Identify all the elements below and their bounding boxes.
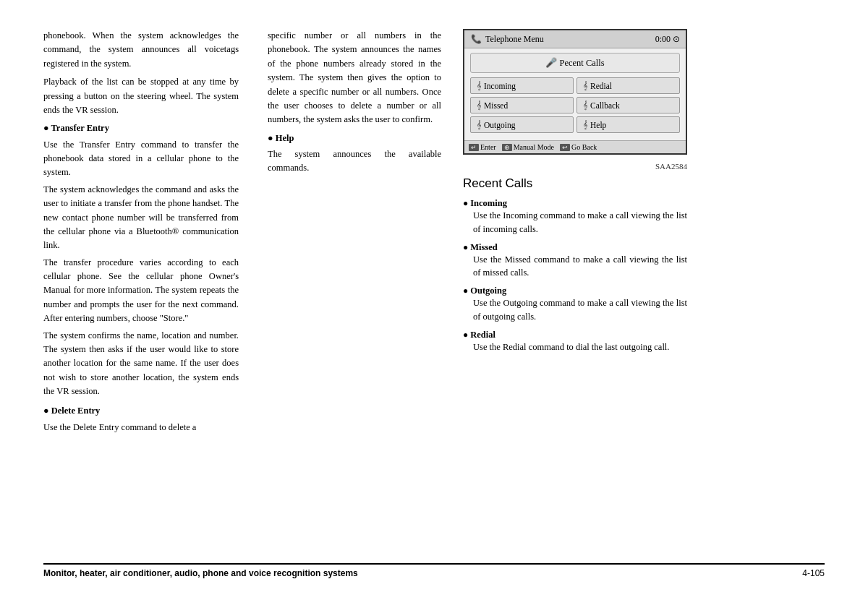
transfer-entry-p1: Use the Transfer Entry command to transf… [43,138,239,180]
redial-icon: 𝄞 [583,81,588,90]
enter-icon: ↵ [469,144,479,151]
transfer-entry-p3: The transfer procedure varies according … [43,256,239,326]
goback-label: Go Back [571,143,597,151]
recent-calls-section: Recent Calls Incoming Use the Incoming c… [463,176,687,353]
screen-credit: SAA2584 [463,162,687,171]
incoming-label: Incoming [484,82,516,90]
outgoing-button[interactable]: 𝄞 Outgoing [470,116,574,133]
transfer-entry-p2: The system acknowledges the command and … [43,183,239,253]
transfer-entry-title: Transfer Entry [43,121,239,135]
clock-icon: ⊙ [673,34,680,44]
right-column: 📞 Telephone Menu 0:00 ⊙ 🎤 Pecent Calls [456,29,687,556]
rc-missed: Missed Use the Missed command to make a … [463,242,687,280]
rc-missed-desc: Use the Missed command to make a call vi… [463,253,687,280]
goback-icon: ↩ [560,144,570,151]
bullet-transfer-entry: Transfer Entry Use the Transfer Entry co… [43,121,239,398]
rc-redial-title: Redial [463,330,687,340]
footer-enter: ↵ Enter [469,143,496,151]
enter-label: Enter [480,143,496,151]
footer-manual: ⊕ Manual Mode [502,143,554,151]
rc-outgoing-desc: Use the Outgoing command to make a call … [463,296,687,324]
rc-redial-desc: Use the Redial command to dial the last … [463,340,687,354]
rc-missed-title: Missed [463,242,687,253]
help-icon: 𝄞 [583,120,588,129]
screen-header-left: 📞 Telephone Menu [470,33,544,45]
manual-label: Manual Mode [514,143,554,151]
screen-body: 🎤 Pecent Calls 𝄞 Incoming 𝄞 Redial [464,48,686,140]
missed-button[interactable]: 𝄞 Missed [470,97,574,113]
bullet-delete-entry: Delete Entry Use the Delete Entry comman… [43,404,239,434]
delete-entry-title: Delete Entry [43,404,239,418]
delete-entry-p1: Use the Delete Entry command to delete a [43,421,239,434]
screen-header: 📞 Telephone Menu 0:00 ⊙ [464,30,686,48]
footer-goback: ↩ Go Back [560,143,597,151]
screen-title: Telephone Menu [485,34,544,45]
missed-icon: 𝄞 [477,100,482,110]
recent-calls-label: Pecent Calls [559,58,604,68]
middle-column: specific number or all numbers in the ph… [253,29,456,556]
bullet-help: Help The system announces the available … [268,132,441,176]
incoming-icon: 𝄞 [477,81,482,90]
screen-footer: ↵ Enter ⊕ Manual Mode ↩ Go Back [464,140,686,153]
rc-outgoing-title: Outgoing [463,286,687,296]
rc-outgoing: Outgoing Use the Outgoing command to mak… [463,286,687,324]
page-footer: Monitor, heater, air conditioner, audio,… [43,563,825,578]
redial-button[interactable]: 𝄞 Redial [576,77,680,94]
help-title: Help [268,132,441,145]
transfer-entry-p4: The system confirms the name, location a… [43,329,239,399]
voicerecog-icon: 🎤 [545,57,557,68]
page: phonebook. When the system acknowledges … [0,0,868,600]
screen-time: 0:00 ⊙ [655,34,680,45]
rc-incoming-title: Incoming [463,198,687,209]
content-area: phonebook. When the system acknowledges … [43,29,825,556]
footer-page-number: 4-105 [802,568,825,578]
manual-icon: ⊕ [502,144,512,151]
phone-screen-icon: 📞 [470,33,482,45]
help-button[interactable]: 𝄞 Help [576,116,680,133]
callback-label: Callback [590,101,620,110]
rc-incoming-desc: Use the Incoming command to make a call … [463,209,687,236]
outgoing-icon: 𝄞 [477,120,482,129]
footer-text: Monitor, heater, air conditioner, audio,… [43,568,358,578]
recent-calls-button[interactable]: 🎤 Pecent Calls [470,53,680,73]
incoming-button[interactable]: 𝄞 Incoming [470,77,574,94]
redial-label: Redial [590,82,612,90]
missed-label: Missed [484,101,508,110]
mid-para-1: specific number or all numbers in the ph… [268,29,441,127]
callback-button[interactable]: 𝄞 Callback [576,97,680,113]
left-column: phonebook. When the system acknowledges … [43,29,253,556]
left-para-2: Playback of the list can be stopped at a… [43,75,239,117]
help-label: Help [590,121,606,129]
outgoing-label: Outgoing [484,121,515,129]
help-desc: The system announces the available comma… [268,147,441,176]
rc-redial: Redial Use the Redial command to dial th… [463,330,687,354]
button-grid: 𝄞 Incoming 𝄞 Redial 𝄞 Missed 𝄞 [470,77,680,133]
left-para-1: phonebook. When the system acknowledges … [43,29,239,71]
recent-calls-heading: Recent Calls [463,176,687,191]
telephone-screen: 📞 Telephone Menu 0:00 ⊙ 🎤 Pecent Calls [463,29,687,155]
callback-icon: 𝄞 [583,100,588,110]
rc-incoming: Incoming Use the Incoming command to mak… [463,198,687,236]
